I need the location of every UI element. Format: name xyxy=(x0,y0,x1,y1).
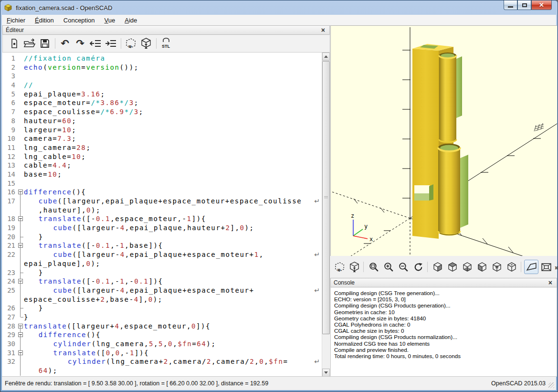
scrollbar-up-button[interactable] xyxy=(322,53,330,61)
redo-button[interactable]: ↷ xyxy=(74,37,87,50)
fold-margin xyxy=(17,72,24,81)
status-version: OpenSCAD 2015.03 xyxy=(491,380,546,387)
code-line-text: // xyxy=(24,81,33,90)
fold-margin xyxy=(17,268,24,277)
render-button[interactable] xyxy=(139,37,153,50)
console-line: Geometries in cache: 10 xyxy=(334,309,557,315)
code-rows: 1//fixation caméra2echo(version=version(… xyxy=(2,54,322,375)
menu-item-aide[interactable]: Aide xyxy=(120,16,142,25)
menu-item-edition[interactable]: Édition xyxy=(30,16,59,25)
save-button[interactable] xyxy=(38,37,52,50)
code-line-text: translate([0,0,-1]){ xyxy=(24,349,149,358)
line-number: 19 xyxy=(2,223,17,233)
fold-toggle-icon[interactable] xyxy=(18,190,23,194)
fold-toggle-icon[interactable] xyxy=(18,332,23,337)
3d-viewport[interactable]: z y x xyxy=(330,25,557,256)
toolbar-separator xyxy=(55,38,55,49)
fold-margin xyxy=(17,98,24,107)
fold-margin xyxy=(17,63,24,72)
view-bottom-button[interactable] xyxy=(460,260,474,274)
maximize-icon xyxy=(522,3,527,7)
preview-button[interactable]: » xyxy=(124,37,137,50)
line-wrap-icon: ↵ xyxy=(314,286,320,295)
console-output[interactable]: Compiling design (CSG Tree generation)..… xyxy=(330,287,557,377)
fold-margin xyxy=(17,277,24,286)
code-line-text: echo(version=version()); xyxy=(24,63,139,72)
resize-grip[interactable] xyxy=(548,382,554,388)
editor-scrollbar[interactable] xyxy=(322,53,330,377)
line-number: 31 xyxy=(2,349,17,358)
console-panel-title: Console xyxy=(334,279,547,286)
code-row: 1//fixation caméra xyxy=(2,54,322,63)
menu-item-fichier[interactable]: Fichier xyxy=(2,16,30,25)
editor-close-button[interactable]: × xyxy=(320,27,326,33)
fold-margin xyxy=(17,107,24,117)
undo-button[interactable]: ↶ xyxy=(58,37,72,50)
code-line-text: lng_cable=10; xyxy=(24,152,86,161)
orthogonal-icon xyxy=(540,261,552,273)
code-line-text: translate([-0.1,espace_moteur,-1]){ xyxy=(24,214,206,223)
close-button[interactable]: ✕ xyxy=(531,0,552,10)
menu-item-vue[interactable]: Vue xyxy=(100,16,120,25)
view-left-icon xyxy=(476,261,488,273)
fold-margin xyxy=(17,179,24,188)
code-row: 25cube([largeur-4,epai_plaque+espace_mot… xyxy=(2,286,322,295)
line-number: 26 xyxy=(2,304,17,313)
zoom-out-button[interactable] xyxy=(396,260,411,274)
view-back-button[interactable] xyxy=(505,260,519,274)
console-close-button[interactable]: × xyxy=(547,279,554,286)
fold-toggle-icon[interactable] xyxy=(18,279,23,284)
fold-margin xyxy=(17,233,24,242)
menu-item-conception[interactable]: Conception xyxy=(59,16,100,25)
vp-render-button[interactable] xyxy=(347,260,361,274)
minimize-button[interactable] xyxy=(504,0,517,10)
view-perspective-button[interactable] xyxy=(524,260,538,274)
vp-preview-button[interactable]: » xyxy=(332,260,347,274)
title-bar[interactable]: fixation_camera.scad - OpenSCAD ✕ xyxy=(0,0,558,15)
reset-view-button[interactable] xyxy=(411,260,425,274)
export-stl-icon: STL xyxy=(160,37,172,50)
maximize-button[interactable] xyxy=(517,0,531,10)
fold-toggle-icon[interactable] xyxy=(18,324,23,328)
unindent-button[interactable] xyxy=(89,37,102,50)
3d-scene: z y x xyxy=(331,26,557,256)
line-wrap-icon: ↵ xyxy=(314,197,320,206)
fold-margin xyxy=(17,349,24,358)
view-left-button[interactable] xyxy=(475,260,489,274)
new-file-button[interactable] xyxy=(8,37,21,50)
toolbar-overflow-button[interactable]: » xyxy=(555,263,558,271)
open-button[interactable] xyxy=(23,37,36,50)
line-number: 32 xyxy=(2,357,17,366)
console-panel-header: Console × xyxy=(330,278,557,287)
code-row: 6espace_moteur=/*3.86*/3; xyxy=(2,98,322,107)
export-stl-button[interactable]: STL xyxy=(159,37,173,50)
code-row: 17cube([largeur,epai_plaque+espace_moteu… xyxy=(2,197,322,206)
fold-toggle-icon[interactable] xyxy=(18,350,23,355)
render-icon xyxy=(140,37,152,50)
code-row: 29difference(){ xyxy=(2,330,322,339)
fold-margin xyxy=(17,322,24,331)
view-top-button[interactable] xyxy=(445,260,460,274)
minimize-icon xyxy=(508,6,513,8)
code-line-text: 64); xyxy=(24,366,58,375)
code-row: 27} xyxy=(2,313,322,322)
zoom-in-button[interactable] xyxy=(381,260,396,274)
view-right-button[interactable] xyxy=(431,260,445,274)
scrollbar-down-button[interactable] xyxy=(322,369,330,377)
indent-button[interactable] xyxy=(104,37,117,50)
view-front-button[interactable] xyxy=(490,260,504,274)
code-editor[interactable]: 1//fixation caméra2echo(version=version(… xyxy=(2,52,330,377)
editor-panel: Éditeur × xyxy=(2,25,330,377)
code-row: 26} xyxy=(2,304,322,313)
code-line-text: espace_coulisse=/*6.9*/3; xyxy=(24,107,144,117)
scrollbar-thumb[interactable] xyxy=(322,61,330,334)
view-orthogonal-button[interactable] xyxy=(539,260,553,274)
fold-margin xyxy=(17,152,24,161)
zoom-all-button[interactable] xyxy=(367,260,381,274)
fold-toggle-icon[interactable] xyxy=(18,216,23,221)
new-file-icon xyxy=(9,38,20,49)
zoom-all-icon xyxy=(368,261,380,273)
code-line-text: } xyxy=(24,313,29,322)
code-row: 32cylinder(lng_camera+2,camera/2,camera/… xyxy=(2,357,322,366)
fold-toggle-icon[interactable] xyxy=(18,243,23,248)
